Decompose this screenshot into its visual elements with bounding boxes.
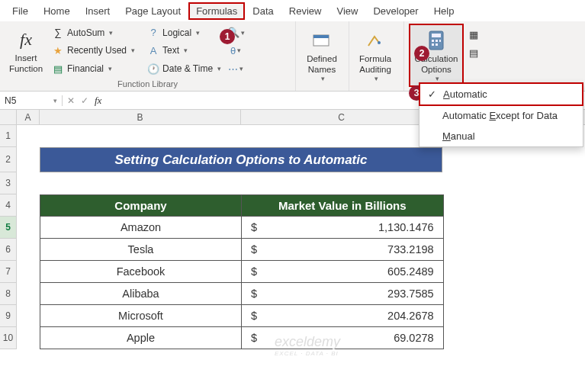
fx-icon: fx bbox=[14, 27, 38, 52]
tab-developer[interactable]: Developer bbox=[365, 2, 426, 20]
sigma-icon: ∑ bbox=[52, 27, 64, 39]
data-table: Company Market Value in Billions Amazon$… bbox=[40, 194, 444, 349]
clock-icon: 🕐 bbox=[147, 63, 159, 75]
row-header[interactable]: 5 bbox=[0, 217, 16, 239]
svg-rect-5 bbox=[432, 40, 434, 42]
menu-item-automatic-except[interactable]: Automatic Except for Data bbox=[419, 105, 583, 126]
money-icon: ▤ bbox=[52, 63, 64, 75]
insert-function-button[interactable]: fx Insert Function bbox=[5, 24, 47, 78]
theta-icon: θ bbox=[230, 45, 236, 56]
date-time-button[interactable]: 🕐Date & Time bbox=[143, 61, 226, 76]
svg-point-2 bbox=[378, 41, 381, 44]
defined-names-button[interactable]: Defined Names bbox=[301, 24, 343, 87]
th-market-value: Market Value in Billions bbox=[242, 195, 444, 217]
more-functions-button[interactable]: ⋯ bbox=[227, 61, 244, 76]
row-header[interactable]: 7 bbox=[0, 261, 16, 283]
svg-rect-8 bbox=[432, 43, 434, 46]
tab-bar: File Home Insert Page Layout Formulas Da… bbox=[0, 0, 585, 21]
math-button[interactable]: θ bbox=[227, 43, 244, 58]
group-formula-auditing: Formula Auditing bbox=[349, 21, 404, 91]
tab-data[interactable]: Data bbox=[245, 2, 281, 20]
more-icon: ⋯ bbox=[228, 63, 238, 75]
ribbon: fx Insert Function ∑AutoSum ★Recently Us… bbox=[0, 21, 585, 92]
calc-now-icon: ▦ bbox=[469, 29, 478, 40]
table-row[interactable]: Apple$69.0278 bbox=[40, 327, 444, 349]
row-header[interactable]: 1 bbox=[0, 125, 16, 147]
table-row[interactable]: Tesla$733.2198 bbox=[40, 239, 444, 261]
row-header[interactable]: 8 bbox=[0, 283, 16, 305]
financial-button[interactable]: ▤Financial bbox=[47, 61, 140, 76]
row-headers: 1 2 3 4 5 6 7 8 9 10 bbox=[0, 125, 17, 349]
col-header-a[interactable]: A bbox=[17, 110, 40, 124]
text-icon: A bbox=[147, 44, 159, 56]
name-box[interactable]: N5▾ bbox=[0, 95, 63, 106]
formula-auditing-button[interactable]: Formula Auditing bbox=[354, 24, 397, 87]
enter-icon[interactable]: ✓ bbox=[81, 95, 88, 106]
logical-button[interactable]: ?Logical bbox=[143, 25, 226, 40]
tab-file[interactable]: File bbox=[5, 2, 36, 20]
calculate-sheet-button[interactable]: ▤ bbox=[465, 45, 482, 60]
th-company: Company bbox=[40, 195, 242, 217]
callout-badge-1: 1 bbox=[220, 29, 235, 44]
svg-rect-1 bbox=[313, 35, 329, 38]
menu-item-automatic[interactable]: Automatic bbox=[419, 82, 583, 106]
svg-rect-7 bbox=[439, 40, 441, 42]
tab-insert[interactable]: Insert bbox=[78, 2, 118, 20]
calc-sheet-icon: ▤ bbox=[469, 47, 478, 59]
table-row[interactable]: Amazon$1,130.1476 bbox=[40, 217, 444, 239]
table-row[interactable]: Microsoft$204.2678 bbox=[40, 305, 444, 327]
group-defined-names: Defined Names bbox=[296, 21, 349, 91]
tab-formulas[interactable]: Formulas bbox=[188, 2, 245, 20]
tab-page-layout[interactable]: Page Layout bbox=[117, 2, 188, 20]
select-all-corner[interactable] bbox=[0, 110, 17, 125]
table-row[interactable]: Alibaba$293.7585 bbox=[40, 283, 444, 305]
svg-rect-4 bbox=[432, 34, 441, 37]
calculation-options-menu: Automatic Automatic Except for Data Manu… bbox=[419, 82, 583, 147]
calculate-now-button[interactable]: ▦ bbox=[465, 27, 482, 42]
title-banner: Setting Calculation Options to Automatic bbox=[40, 147, 442, 172]
name-tag-icon bbox=[310, 28, 334, 53]
tab-review[interactable]: Review bbox=[281, 2, 329, 20]
tab-view[interactable]: View bbox=[329, 2, 365, 20]
fx-icon-small[interactable]: fx bbox=[95, 95, 101, 107]
star-icon: ★ bbox=[52, 44, 64, 56]
row-header[interactable]: 3 bbox=[0, 172, 16, 194]
tab-help[interactable]: Help bbox=[426, 2, 462, 20]
row-header[interactable]: 6 bbox=[0, 239, 16, 261]
recently-used-button[interactable]: ★Recently Used bbox=[47, 43, 140, 58]
text-button[interactable]: AText bbox=[143, 43, 226, 58]
tab-home[interactable]: Home bbox=[36, 2, 78, 20]
table-row[interactable]: Facebook$605.2489 bbox=[40, 261, 444, 283]
row-header[interactable]: 4 bbox=[0, 194, 16, 217]
function-library-label: Function Library bbox=[5, 78, 291, 91]
row-header[interactable]: 2 bbox=[0, 147, 16, 172]
col-header-c[interactable]: C bbox=[241, 110, 442, 124]
callout-badge-2: 2 bbox=[414, 46, 429, 61]
autosum-button[interactable]: ∑AutoSum bbox=[47, 25, 140, 40]
col-header-b[interactable]: B bbox=[40, 110, 241, 124]
auditing-icon bbox=[363, 28, 387, 53]
group-function-library: fx Insert Function ∑AutoSum ★Recently Us… bbox=[0, 21, 296, 91]
row-header[interactable]: 10 bbox=[0, 327, 16, 349]
logical-icon: ? bbox=[147, 27, 159, 39]
cancel-icon[interactable]: ✕ bbox=[67, 95, 75, 106]
svg-rect-6 bbox=[436, 40, 438, 42]
row-header[interactable]: 9 bbox=[0, 305, 16, 327]
svg-rect-9 bbox=[436, 43, 438, 46]
menu-item-manual[interactable]: Manual bbox=[419, 126, 583, 146]
